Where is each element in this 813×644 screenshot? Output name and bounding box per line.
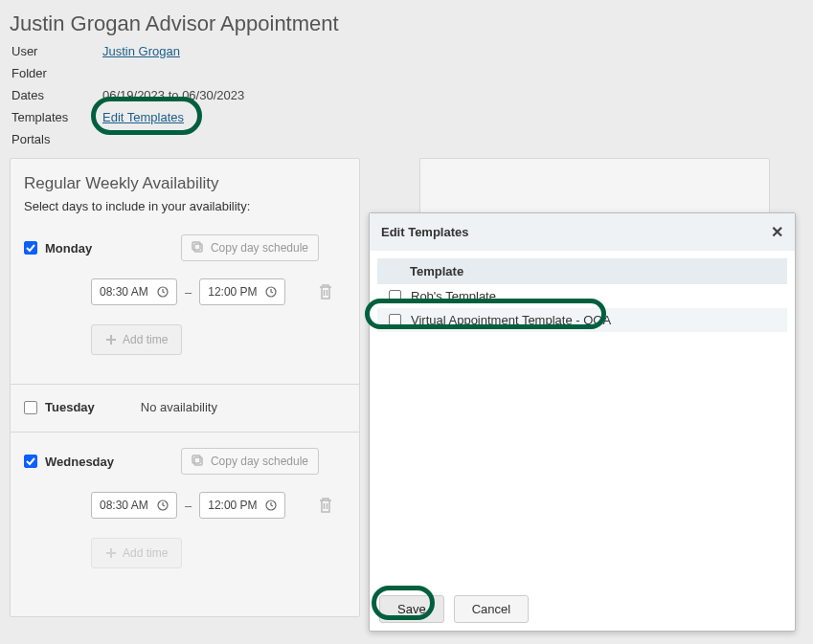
day-row-wednesday: Wednesday Copy day schedule [24,448,346,475]
copy-schedule-button-wednesday[interactable]: Copy day schedule [181,448,319,475]
plus-icon [105,547,117,559]
edit-templates-modal: Edit Templates ✕ Template Rob's Template… [369,212,796,632]
meta-folder-value [102,66,803,80]
end-time-wednesday[interactable]: 12:00 PM [199,492,285,519]
copy-icon [192,455,205,468]
day-name-tuesday: Tuesday [45,400,95,414]
modal-footer: Save Cancel [370,588,795,631]
time-dash: – [185,285,192,300]
delete-time-icon[interactable] [318,497,333,514]
availability-subtitle: Select days to include in your availabil… [24,199,346,213]
clock-icon [265,286,277,298]
modal-body: Template Rob's Template Virtual Appointm… [370,251,795,588]
template-row[interactable]: Rob's Template [377,284,787,308]
meta-dates-label: Dates [11,88,102,102]
close-icon[interactable]: ✕ [771,223,783,241]
edit-templates-link[interactable]: Edit Templates [102,110,184,124]
template-row[interactable]: Virtual Appointment Template - OOA [377,308,787,332]
add-time-label: Add time [123,333,168,346]
svg-rect-5 [192,455,200,463]
time-dash: – [185,499,192,513]
meta-dates-value: 06/19/2023 to 06/30/2023 [102,88,803,102]
checkbox-monday[interactable] [24,241,37,255]
availability-title: Regular Weekly Availability [24,174,346,193]
svg-rect-4 [194,457,202,465]
meta-portals-label: Portals [11,132,102,146]
day-name-monday: Monday [45,241,92,255]
meta-folder-label: Folder [11,66,102,80]
copy-schedule-label: Copy day schedule [211,455,308,468]
delete-time-icon[interactable] [318,283,333,300]
end-time-value: 12:00 PM [208,285,257,299]
meta-user-label: User [11,44,102,58]
user-link[interactable]: Justin Grogan [102,44,180,58]
add-time-button-wednesday[interactable]: Add time [91,538,182,568]
svg-rect-1 [192,242,200,250]
cancel-button[interactable]: Cancel [454,595,529,623]
copy-schedule-button-monday[interactable]: Copy day schedule [181,234,319,261]
clock-icon [157,286,169,298]
meta-grid: User Justin Grogan Folder Dates 06/19/20… [0,44,813,158]
checkbox-tuesday[interactable] [24,401,37,414]
modal-header: Edit Templates ✕ [370,213,795,251]
day-row-tuesday: Tuesday No availability [24,400,346,414]
checkbox-wednesday[interactable] [24,455,37,468]
day-row-monday: Monday Copy day schedule [24,234,346,261]
start-time-value: 08:30 AM [100,499,148,512]
add-time-label: Add time [123,546,168,560]
time-row-wednesday: 08:30 AM – 12:00 PM [24,492,346,519]
start-time-wednesday[interactable]: 08:30 AM [91,492,177,519]
start-time-monday[interactable]: 08:30 AM [91,278,177,305]
page-title: Justin Grogan Advisor Appointment [0,0,813,44]
template-column-header: Template [377,258,787,284]
template-label: Virtual Appointment Template - OOA [411,313,611,327]
add-time-button-monday[interactable]: Add time [91,324,182,355]
availability-panel: Regular Weekly Availability Select days … [10,158,360,617]
end-time-value: 12:00 PM [208,499,257,512]
template-label: Rob's Template [411,289,496,303]
template-checkbox[interactable] [389,314,401,326]
clock-icon [157,500,169,511]
copy-schedule-label: Copy day schedule [211,241,308,255]
svg-rect-0 [194,244,202,252]
divider [11,432,359,433]
modal-title: Edit Templates [381,225,469,239]
save-button[interactable]: Save [379,595,444,623]
plus-icon [105,334,117,345]
time-row-monday: 08:30 AM – 12:00 PM [24,278,346,305]
template-checkbox[interactable] [389,290,401,302]
end-time-monday[interactable]: 12:00 PM [199,278,285,305]
divider [11,384,359,385]
meta-templates-label: Templates [11,110,102,124]
day-name-wednesday: Wednesday [45,455,114,469]
no-availability-label: No availability [141,400,217,414]
clock-icon [265,500,277,511]
start-time-value: 08:30 AM [100,285,148,299]
copy-icon [192,241,205,255]
